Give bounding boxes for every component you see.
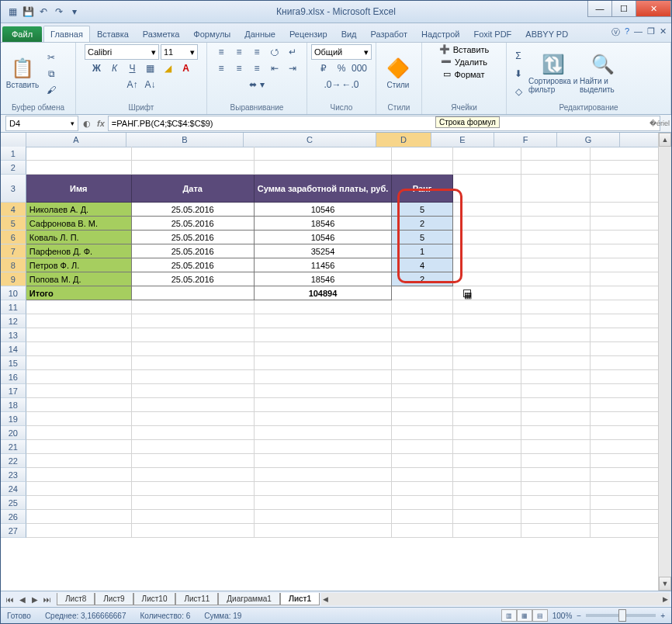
cell[interactable] <box>392 314 452 328</box>
percent-icon[interactable]: % <box>333 61 350 76</box>
cell-name[interactable]: Сафронова В. М. <box>26 217 132 231</box>
row-header[interactable]: 2 <box>1 161 26 175</box>
cell[interactable] <box>26 510 132 524</box>
autofill-options-icon[interactable]: ▦ <box>463 289 471 297</box>
cell[interactable] <box>521 356 590 370</box>
cell[interactable] <box>521 440 590 454</box>
cell[interactable] <box>453 300 521 314</box>
cell[interactable] <box>453 244 521 258</box>
cell[interactable] <box>521 412 590 426</box>
cell[interactable] <box>392 370 452 384</box>
col-header-a[interactable]: A <box>26 133 126 147</box>
cell[interactable] <box>591 426 659 440</box>
decrease-font-icon[interactable]: A↓ <box>142 77 159 92</box>
cell[interactable] <box>132 300 255 314</box>
workbook-minimize-icon[interactable]: — <box>634 26 643 38</box>
decrease-decimal-icon[interactable]: ←.0 <box>342 77 359 92</box>
format-cells-button[interactable]: ▭Формат <box>443 69 484 79</box>
cell-rank[interactable]: 1 <box>392 244 452 258</box>
row-header[interactable]: 1 <box>1 147 26 161</box>
cell[interactable] <box>255 342 393 356</box>
cell[interactable] <box>132 356 255 370</box>
fill-color-button[interactable]: ◢ <box>160 61 177 76</box>
cell[interactable] <box>453 510 521 524</box>
col-header-d[interactable]: D <box>376 133 431 147</box>
increase-indent-icon[interactable]: ⇥ <box>284 61 301 76</box>
cell[interactable] <box>453 342 521 356</box>
cell[interactable] <box>132 147 255 161</box>
cell[interactable] <box>132 426 255 440</box>
bold-button[interactable]: Ж <box>88 61 106 76</box>
cell[interactable] <box>26 147 132 161</box>
cell[interactable] <box>591 496 659 510</box>
maximize-button[interactable]: ☐ <box>611 1 636 17</box>
cell-rank[interactable]: 2 <box>392 217 452 231</box>
cell[interactable] <box>26 440 132 454</box>
find-select-button[interactable]: 🔍 Найти и выделить <box>580 54 626 94</box>
select-all-corner[interactable] <box>1 133 26 147</box>
fx-icon[interactable]: fx <box>94 119 108 128</box>
sort-filter-button[interactable]: 🔃 Сортировка и фильтр <box>528 54 578 94</box>
align-top-icon[interactable]: ≡ <box>213 44 230 60</box>
cell[interactable] <box>521 300 590 314</box>
align-right-icon[interactable]: ≡ <box>248 61 265 76</box>
cell[interactable] <box>26 412 132 426</box>
sheet-tab-active[interactable]: Лист1 <box>280 593 320 605</box>
cell[interactable] <box>591 272 659 286</box>
tab-foxit[interactable]: Foxit PDF <box>466 26 518 42</box>
cell[interactable] <box>591 356 659 370</box>
view-normal-icon[interactable]: ▥ <box>501 609 517 622</box>
cell[interactable] <box>392 356 452 370</box>
cell[interactable] <box>521 454 590 468</box>
number-format-select[interactable]: Общий▾ <box>311 44 372 60</box>
cut-icon[interactable]: ✂ <box>43 50 60 65</box>
cell[interactable] <box>132 342 255 356</box>
first-sheet-icon[interactable]: ⏮ <box>4 595 16 604</box>
cell[interactable] <box>453 440 521 454</box>
cell[interactable] <box>453 370 521 384</box>
cell[interactable] <box>255 496 393 510</box>
sheet-tab[interactable]: Лист9 <box>95 593 133 605</box>
font-color-button[interactable]: A <box>178 61 195 76</box>
cell[interactable] <box>453 161 521 175</box>
cell[interactable] <box>521 384 590 398</box>
view-pagebreak-icon[interactable]: ▤ <box>532 609 548 622</box>
cell[interactable] <box>255 412 393 426</box>
tab-view[interactable]: Вид <box>334 26 364 42</box>
cell[interactable] <box>26 468 132 482</box>
undo-icon[interactable]: ↶ <box>36 5 50 19</box>
cell-rank[interactable]: 5 <box>392 203 452 217</box>
cell[interactable] <box>591 203 659 217</box>
cell[interactable] <box>521 286 590 300</box>
tab-review[interactable]: Рецензир <box>282 26 334 42</box>
cell-name[interactable]: Петров Ф. Л. <box>26 258 132 272</box>
tab-developer[interactable]: Разработ <box>364 26 414 42</box>
cell[interactable] <box>591 342 659 356</box>
cell[interactable] <box>255 510 393 524</box>
cell[interactable] <box>132 524 255 538</box>
cell[interactable] <box>392 524 452 538</box>
cell[interactable] <box>591 412 659 426</box>
row-header[interactable]: 27 <box>1 524 26 538</box>
workbook-close-icon[interactable]: ✕ <box>660 26 667 38</box>
minimize-ribbon-icon[interactable]: ⓥ <box>611 26 620 38</box>
cell[interactable] <box>591 147 659 161</box>
cell[interactable] <box>453 412 521 426</box>
cell-date[interactable]: 25.05.2016 <box>132 231 255 244</box>
sheet-tab[interactable]: Диаграмма1 <box>218 593 280 605</box>
cell[interactable] <box>255 356 393 370</box>
fill-icon[interactable]: ⬇ <box>510 66 527 81</box>
increase-font-icon[interactable]: A↑ <box>124 77 141 92</box>
cell[interactable] <box>453 496 521 510</box>
format-painter-icon[interactable]: 🖌 <box>43 82 60 98</box>
cell[interactable] <box>392 454 452 468</box>
cell[interactable] <box>392 482 452 496</box>
cell[interactable] <box>453 454 521 468</box>
cell[interactable] <box>392 328 452 342</box>
cell[interactable] <box>132 468 255 482</box>
cell-rank[interactable]: 2 <box>392 272 452 286</box>
cell[interactable] <box>521 147 590 161</box>
row-header[interactable]: 5 <box>1 217 26 231</box>
cell[interactable] <box>453 272 521 286</box>
cell[interactable] <box>453 147 521 161</box>
